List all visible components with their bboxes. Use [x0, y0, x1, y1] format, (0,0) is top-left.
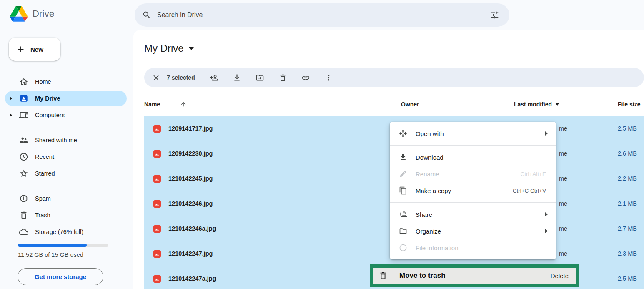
file-size: 2.7 MB — [618, 225, 637, 232]
context-menu-item-file-information: File information — [390, 239, 556, 256]
file-owner: me — [559, 250, 567, 257]
link-button[interactable] — [298, 69, 314, 86]
table-header: Name Owner Last modified File size — [144, 96, 644, 116]
spam-icon — [19, 194, 28, 203]
new-button-label: New — [30, 46, 43, 53]
shared-icon — [19, 136, 28, 145]
folder-icon — [399, 227, 409, 235]
drive-logo: Drive — [10, 6, 54, 22]
open-with-icon — [399, 129, 409, 138]
sidebar-item-home[interactable]: Home — [5, 74, 127, 89]
download-button[interactable] — [229, 69, 246, 86]
sidebar-item-trash[interactable]: Trash — [5, 208, 127, 223]
selection-toolbar: 7 selected — [144, 68, 644, 87]
column-header-file-size[interactable]: File size — [618, 101, 640, 108]
move-to-folder-icon — [256, 73, 264, 82]
sidebar-item-label: Computers — [35, 112, 65, 118]
submenu-chevron-right-icon — [545, 229, 548, 233]
computers-icon — [19, 111, 28, 120]
image-file-icon — [153, 175, 161, 183]
share-person-add-button[interactable] — [206, 69, 223, 86]
sidebar-item-label: Shared with me — [35, 137, 77, 143]
page-title: My Drive — [144, 43, 184, 54]
page-title-dropdown[interactable]: My Drive — [144, 43, 194, 54]
trash-icon — [19, 211, 28, 220]
image-file-icon — [153, 200, 161, 208]
file-size: 2.5 MB — [618, 275, 637, 282]
expand-chevron-right-icon[interactable] — [10, 113, 16, 117]
sidebar-item-storage-76-full[interactable]: Storage (76% full) — [5, 224, 127, 239]
menu-item-shortcut: Ctrl+C Ctrl+V — [513, 188, 546, 194]
sidebar-item-spam[interactable]: Spam — [5, 191, 127, 206]
image-file-icon — [153, 125, 161, 133]
column-header-name[interactable]: Name — [144, 101, 187, 108]
column-header-owner[interactable]: Owner — [401, 101, 419, 108]
sidebar-item-label: Recent — [35, 153, 54, 160]
clear-selection-button[interactable] — [148, 69, 164, 86]
column-header-last-modified[interactable]: Last modified — [514, 101, 559, 108]
file-size: 2.6 MB — [618, 150, 637, 157]
context-menu-item-share[interactable]: Share — [390, 206, 556, 223]
image-file-icon — [153, 150, 161, 158]
sidebar-item-label: Spam — [35, 195, 51, 202]
app-title: Drive — [33, 8, 54, 19]
menu-item-label: Make a copy — [416, 187, 451, 194]
sidebar-item-computers[interactable]: Computers — [5, 108, 127, 123]
rename-pencil-icon — [399, 170, 409, 178]
search-icon[interactable] — [142, 10, 151, 20]
menu-item-label: Rename — [416, 171, 439, 178]
share-person-add-icon — [210, 73, 218, 82]
trash-button[interactable] — [275, 69, 291, 86]
expand-chevron-right-icon[interactable] — [10, 97, 16, 100]
search-options-tune-icon[interactable] — [490, 10, 499, 20]
starred-icon — [19, 169, 28, 178]
sidebar-item-label: Starred — [35, 170, 55, 177]
file-size: 2.3 MB — [618, 250, 637, 257]
sidebar-item-recent[interactable]: Recent — [5, 149, 127, 164]
chevron-down-icon — [189, 47, 194, 50]
more-vert-icon — [324, 73, 333, 82]
sidebar-item-label: Trash — [35, 212, 50, 219]
context-menu-item-organize[interactable]: Organize — [390, 223, 556, 239]
context-menu-item-move-to-trash[interactable]: Move to trash Delete — [370, 264, 579, 287]
sidebar-item-label: Home — [35, 78, 51, 85]
storage-usage-text: 11.52 GB of 15 GB used — [18, 251, 83, 258]
new-button[interactable]: New — [9, 38, 60, 61]
file-name: 1210142246a.jpg — [168, 225, 216, 232]
file-name: 1209141717.jpg — [168, 125, 213, 132]
trash-icon — [278, 73, 287, 82]
submenu-chevron-right-icon — [545, 212, 548, 216]
file-owner: me — [559, 225, 567, 232]
search-bar — [135, 3, 509, 27]
menu-item-label: File information — [416, 244, 459, 251]
copy-icon — [399, 186, 409, 195]
get-more-storage-button[interactable]: Get more storage — [18, 268, 103, 285]
file-name: 1210142247.jpg — [168, 250, 213, 257]
sidebar-item-my-drive[interactable]: My Drive — [5, 91, 127, 106]
more-vert-button[interactable] — [321, 69, 337, 86]
context-menu-item-open-with[interactable]: Open with — [390, 125, 556, 142]
menu-item-shortcut: Delete — [551, 272, 569, 279]
context-menu: Open withDownloadRenameCtrl+Alt+EMake a … — [390, 122, 556, 259]
file-name: 1210142247a.jpg — [168, 275, 216, 282]
main-panel: My Drive 7 selected Name Owner Last modi… — [133, 30, 644, 289]
context-menu-item-rename: RenameCtrl+Alt+E — [390, 166, 556, 182]
move-to-folder-button[interactable] — [252, 69, 268, 86]
file-owner: me — [559, 200, 567, 207]
search-input[interactable] — [157, 11, 490, 19]
info-icon — [399, 244, 409, 252]
menu-item-label: Download — [416, 154, 444, 161]
storage-progress-fill — [18, 244, 87, 247]
sidebar-item-shared-with-me[interactable]: Shared with me — [5, 133, 127, 148]
context-menu-item-make-a-copy[interactable]: Make a copyCtrl+C Ctrl+V — [390, 182, 556, 199]
image-file-icon — [153, 275, 161, 283]
sidebar-item-label: Storage (76% full) — [35, 229, 83, 235]
sidebar-item-starred[interactable]: Starred — [5, 166, 127, 181]
file-size: 2.2 MB — [618, 175, 637, 182]
file-size: 2.1 MB — [618, 200, 637, 207]
google-drive-app: Drive New HomeMy DriveComputersShared wi… — [0, 0, 644, 289]
context-menu-item-download[interactable]: Download — [390, 149, 556, 166]
file-owner: me — [559, 150, 567, 157]
storage-icon — [19, 227, 28, 236]
storage-progress-bar — [18, 244, 108, 247]
